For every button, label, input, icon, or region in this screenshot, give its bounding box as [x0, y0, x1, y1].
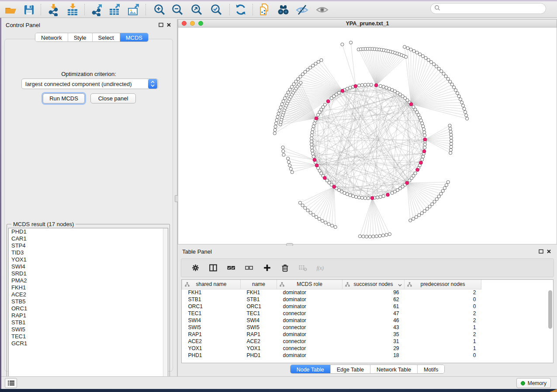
graph-node[interactable]: [423, 134, 426, 137]
column-header-shared-name[interactable]: shared name: [182, 280, 241, 289]
graph-node[interactable]: [465, 114, 468, 117]
graph-node[interactable]: [288, 88, 291, 91]
export-image-icon[interactable]: [126, 3, 141, 17]
graph-node[interactable]: [419, 119, 422, 122]
cell-successor_nodes[interactable]: 96: [343, 289, 405, 296]
cell-successor_nodes[interactable]: 46: [343, 317, 405, 324]
cell-predecessor_nodes[interactable]: 1: [405, 338, 481, 345]
graph-node[interactable]: [444, 75, 447, 78]
table-row-SWI4[interactable]: SWI4SWI4dominator462: [182, 317, 547, 324]
result-node-item[interactable]: RAP1: [9, 312, 168, 319]
cell-successor_nodes[interactable]: 29: [343, 345, 405, 352]
graph-node[interactable]: [463, 107, 466, 110]
graph-node[interactable]: [435, 65, 438, 68]
graph-node[interactable]: [421, 122, 424, 125]
graph-node[interactable]: [419, 53, 422, 56]
graph-node[interactable]: [280, 103, 284, 106]
cell-successor_nodes[interactable]: 18: [343, 352, 405, 359]
graph-node[interactable]: [306, 68, 309, 71]
graph-node[interactable]: [287, 161, 290, 164]
tab-select[interactable]: Select: [93, 33, 120, 41]
graph-node[interactable]: [379, 84, 382, 87]
graph-node[interactable]: [459, 98, 462, 101]
tab-network[interactable]: Network: [35, 33, 68, 41]
select-all-icon[interactable]: [227, 264, 235, 272]
graph-node[interactable]: [323, 103, 326, 106]
zoom-in-icon[interactable]: [152, 3, 167, 17]
result-node-item[interactable]: GCR1: [9, 340, 168, 347]
result-node-item[interactable]: STB1: [9, 319, 168, 326]
cell-shared_name[interactable]: SWI5: [182, 324, 241, 331]
graph-node[interactable]: [385, 233, 388, 236]
graph-node[interactable]: [301, 204, 304, 207]
graph-node[interactable]: [450, 83, 453, 86]
graph-node[interactable]: [446, 77, 450, 80]
graph-node[interactable]: [435, 198, 438, 201]
graph-node[interactable]: [450, 136, 453, 139]
result-node-item[interactable]: STB5: [9, 298, 168, 305]
cell-name[interactable]: ORC1: [241, 303, 277, 310]
close-panel-button[interactable]: Close panel: [90, 93, 136, 103]
graph-node[interactable]: [327, 223, 330, 226]
graph-node[interactable]: [311, 149, 314, 152]
cell-successor_nodes[interactable]: 43: [343, 324, 405, 331]
cell-mcds_role[interactable]: dominator: [277, 352, 343, 359]
graph-node[interactable]: [422, 155, 425, 158]
graph-node[interactable]: [363, 83, 367, 86]
cell-shared_name[interactable]: STB1: [182, 296, 241, 303]
graph-node[interactable]: [312, 155, 315, 158]
open-session-icon[interactable]: [3, 3, 18, 17]
tab-edge-table[interactable]: Edge Table: [331, 365, 370, 373]
network-graph[interactable]: [178, 28, 557, 244]
graph-node[interactable]: [420, 212, 423, 215]
graph-node[interactable]: [276, 115, 279, 118]
table-row-FKH1[interactable]: FKH1FKH1dominator962: [182, 289, 547, 296]
graph-mcds-node[interactable]: [323, 176, 327, 180]
graph-node[interactable]: [311, 128, 314, 131]
graph-node[interactable]: [418, 213, 421, 217]
graph-node[interactable]: [412, 49, 415, 52]
graph-node[interactable]: [360, 196, 363, 199]
graph-node[interactable]: [464, 110, 467, 113]
graph-node[interactable]: [292, 83, 295, 86]
close-panel-icon[interactable]: [165, 21, 173, 28]
tab-style[interactable]: Style: [68, 33, 93, 41]
graph-node[interactable]: [357, 84, 360, 87]
graph-node[interactable]: [318, 217, 321, 220]
graph-node[interactable]: [421, 55, 424, 58]
graph-mcds-node[interactable]: [370, 196, 374, 200]
graph-node[interactable]: [362, 235, 365, 238]
result-node-item[interactable]: SRD1: [9, 270, 168, 277]
graph-node[interactable]: [288, 164, 291, 167]
search-input[interactable]: [443, 4, 546, 13]
graph-node[interactable]: [382, 85, 385, 88]
graph-node[interactable]: [349, 41, 353, 44]
cell-predecessor_nodes[interactable]: 2: [405, 310, 481, 317]
cell-successor_nodes[interactable]: 62: [343, 296, 405, 303]
graph-node[interactable]: [379, 195, 382, 198]
graph-node[interactable]: [341, 43, 344, 46]
graph-node[interactable]: [285, 94, 288, 97]
graph-node[interactable]: [457, 95, 460, 98]
graph-mcds-node[interactable]: [313, 158, 316, 162]
graph-node[interactable]: [334, 226, 337, 229]
cell-mcds_role[interactable]: dominator: [277, 317, 343, 324]
graph-node[interactable]: [449, 148, 452, 151]
graph-node[interactable]: [440, 70, 443, 73]
unselect-all-icon[interactable]: [245, 264, 253, 272]
cell-name[interactable]: ACE2: [241, 338, 277, 345]
zoom-out-icon[interactable]: [170, 3, 185, 17]
cell-shared_name[interactable]: TEC1: [182, 310, 241, 317]
result-node-item[interactable]: TEC1: [9, 333, 168, 340]
table-row-RAP1[interactable]: RAP1RAP1dominator352: [182, 331, 547, 338]
cell-name[interactable]: RAP1: [241, 331, 277, 338]
cell-predecessor_nodes[interactable]: 1: [405, 345, 481, 352]
graph-node[interactable]: [349, 86, 352, 89]
graph-node[interactable]: [367, 83, 370, 86]
cell-predecessor_nodes[interactable]: 2: [405, 289, 481, 296]
graph-node[interactable]: [360, 83, 363, 86]
cell-predecessor_nodes[interactable]: 0: [405, 352, 481, 359]
result-node-item[interactable]: TID3: [9, 249, 168, 256]
tab-node-table[interactable]: Node Table: [291, 365, 331, 373]
cell-name[interactable]: PHD1: [241, 352, 277, 359]
